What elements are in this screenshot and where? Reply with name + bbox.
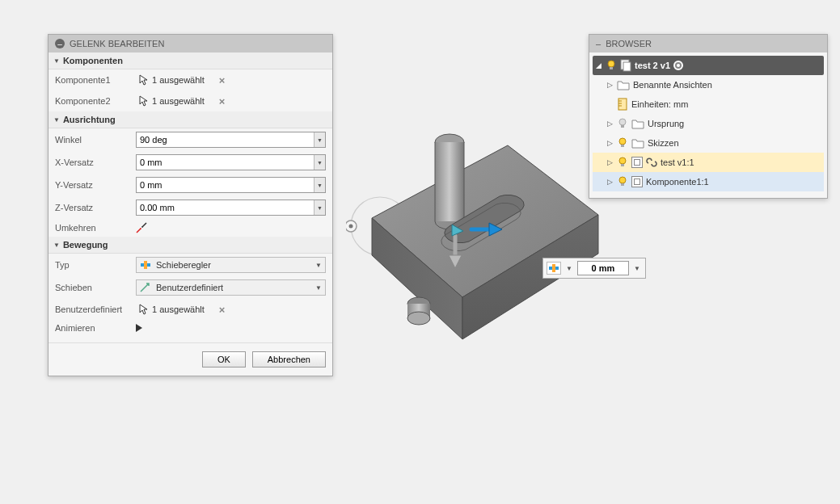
cursor-icon	[139, 95, 149, 107]
ruler-icon	[617, 98, 628, 111]
browser-title-text: BROWSER	[606, 39, 652, 48]
tree-toggle[interactable]: ◢	[594, 61, 602, 69]
activate-radio-icon[interactable]	[673, 61, 683, 70]
bulb-icon[interactable]	[617, 137, 628, 149]
angle-label: Winkel	[55, 135, 136, 145]
flip-icon[interactable]	[136, 222, 147, 233]
slider-icon	[140, 260, 151, 270]
custom-label: Benutzerdefiniert	[55, 304, 136, 314]
svg-point-30	[619, 138, 626, 145]
svg-rect-31	[621, 145, 624, 147]
custom-selection[interactable]: 1 ausgewählt	[136, 302, 208, 317]
type-dropdown-arrow[interactable]: ▼	[564, 265, 574, 272]
custom-axis-icon	[140, 283, 151, 292]
y-offset-label: Y-Versatz	[55, 180, 136, 190]
svg-rect-33	[621, 164, 624, 166]
z-offset-input[interactable]: ▼	[136, 200, 326, 216]
tree-item-test-v1[interactable]: ▷ test v1:1	[593, 153, 824, 172]
x-offset-label: X-Versatz	[55, 158, 136, 167]
component1-row: Komponente1 1 ausgewählt ×	[49, 69, 332, 90]
bulb-icon[interactable]	[617, 157, 628, 168]
x-offset-input[interactable]: ▼	[136, 154, 326, 170]
bulb-off-icon[interactable]	[617, 118, 628, 129]
component2-clear[interactable]: ×	[219, 95, 226, 107]
dialog-titlebar[interactable]: – GELENK BEARBEITEN	[49, 35, 332, 52]
link-icon	[646, 157, 657, 168]
bulb-icon[interactable]	[606, 60, 617, 71]
tree-item-sketches[interactable]: ▷ Skizzen	[593, 133, 824, 153]
tree-toggle[interactable]: ▷	[606, 139, 614, 147]
svg-rect-19	[144, 261, 147, 269]
svg-point-28	[619, 119, 626, 125]
y-offset-input[interactable]: ▼	[136, 177, 326, 193]
custom-clear[interactable]: ×	[219, 304, 226, 316]
flip-label: Umkehren	[55, 223, 136, 233]
tree-toggle[interactable]: ▷	[606, 120, 614, 128]
svg-point-2	[349, 225, 353, 229]
type-dropdown[interactable]: Schieberegler ▼	[136, 257, 326, 273]
svg-point-32	[619, 158, 626, 164]
dialog-title-text: GELENK BEARBEITEN	[70, 39, 164, 48]
ok-button[interactable]: OK	[202, 351, 246, 368]
floating-dimension-input[interactable]: ▼ ▼	[542, 258, 646, 279]
component-icon	[631, 176, 643, 187]
edit-joint-dialog: – GELENK BEARBEITEN Komponenten Komponen…	[48, 34, 333, 376]
svg-point-20	[608, 61, 614, 67]
browser-tree: ◢ test 2 v1 ▷ Benannte Ansichten Einheit…	[589, 52, 827, 198]
folder-icon	[617, 79, 630, 90]
section-alignment[interactable]: Ausrichtung	[49, 111, 332, 128]
browser-collapse-button[interactable]: –	[596, 39, 601, 48]
component-icon	[620, 59, 631, 72]
chevron-down-icon[interactable]: ▼	[312, 284, 322, 292]
angle-spinner[interactable]: ▼	[314, 132, 325, 147]
svg-rect-35	[621, 183, 624, 186]
component2-selection[interactable]: 1 ausgewählt	[136, 94, 208, 108]
tree-item-origin[interactable]: ▷ Ursprung	[593, 114, 824, 133]
cursor-icon	[139, 304, 149, 315]
cursor-icon	[139, 74, 149, 86]
slider-type-icon[interactable]	[547, 262, 561, 275]
svg-point-10	[407, 312, 430, 325]
animate-label: Animieren	[55, 323, 136, 333]
slide-label: Schieben	[55, 283, 136, 292]
component-icon	[631, 157, 643, 168]
tree-item-komponente1[interactable]: ▷ Komponente1:1	[593, 172, 824, 191]
svg-rect-21	[610, 67, 613, 69]
svg-rect-17	[552, 264, 555, 272]
component1-selection[interactable]: 1 ausgewählt	[136, 73, 208, 87]
tree-toggle[interactable]: ▷	[606, 81, 614, 89]
tree-toggle[interactable]: ▷	[606, 158, 614, 166]
angle-input[interactable]: ▼	[136, 132, 326, 148]
cancel-button[interactable]: Abbrechen	[252, 351, 326, 368]
tree-toggle[interactable]: ▷	[606, 178, 614, 186]
section-components[interactable]: Komponenten	[49, 52, 332, 69]
svg-rect-7	[435, 142, 464, 221]
z-offset-label: Z-Versatz	[55, 203, 136, 212]
tree-item-views[interactable]: ▷ Benannte Ansichten	[593, 75, 824, 94]
chevron-down-icon[interactable]: ▼	[312, 262, 322, 269]
component1-clear[interactable]: ×	[219, 74, 226, 86]
svg-rect-23	[623, 62, 631, 71]
tree-root[interactable]: ◢ test 2 v1	[593, 56, 824, 75]
svg-rect-24	[618, 99, 627, 110]
type-label: Typ	[55, 260, 136, 270]
slide-dropdown[interactable]: Benutzerdefiniert ▼	[136, 279, 326, 296]
svg-point-34	[619, 177, 626, 183]
folder-icon	[631, 137, 644, 149]
svg-rect-29	[621, 125, 624, 128]
folder-icon	[631, 118, 644, 129]
bulb-icon[interactable]	[617, 176, 628, 187]
tree-item-units[interactable]: Einheiten: mm	[593, 94, 824, 114]
browser-panel: – BROWSER ◢ test 2 v1 ▷ Benannte Ansicht…	[589, 34, 828, 199]
component2-row: Komponente2 1 ausgewählt ×	[49, 90, 332, 111]
dimension-value-input[interactable]	[577, 261, 629, 275]
play-icon[interactable]	[136, 324, 142, 332]
browser-titlebar[interactable]: – BROWSER	[589, 35, 827, 52]
dimension-dropdown-arrow[interactable]: ▼	[632, 265, 642, 272]
dialog-collapse-button[interactable]: –	[55, 39, 65, 48]
section-motion[interactable]: Bewegung	[49, 237, 332, 254]
